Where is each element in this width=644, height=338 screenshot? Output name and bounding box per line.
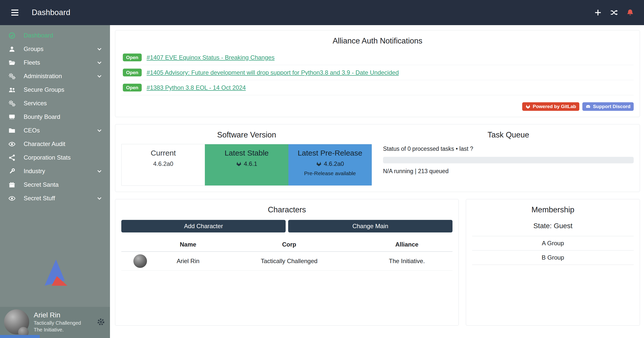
version-label: Latest Pre-Release	[291, 149, 369, 157]
sidebar-item-services[interactable]: Services	[0, 96, 110, 110]
notifications-title: Alliance Auth Notifications	[121, 36, 634, 45]
task-queue-status: Status of 0 processed tasks • last ?	[383, 146, 634, 152]
folder-icon	[9, 127, 19, 134]
initiative-logo	[0, 259, 110, 289]
discord-icon	[586, 104, 591, 109]
sidebar-item-label: CEOs	[24, 127, 96, 134]
sidebar-item-dashboard[interactable]: Dashboard	[0, 29, 110, 42]
sidebar-item-secret-stuff[interactable]: Secret Stuff	[0, 191, 110, 205]
character-avatar	[133, 254, 147, 268]
sidebar-item-character-audit[interactable]: Character Audit	[0, 137, 110, 151]
user-panel: Ariel Rin Tactically Challenged The Init…	[0, 307, 110, 338]
version-latest-stable: Latest Stable 4.6.1	[205, 144, 288, 185]
folder-open-icon	[9, 59, 19, 66]
shuffle-icon	[610, 9, 618, 16]
sidebar-item-secure-groups[interactable]: Secure Groups	[0, 83, 110, 96]
task-queue-summary: N/A running | 213 queued	[383, 168, 634, 175]
character-alliance: The Initiative.	[361, 252, 452, 271]
character-row: Ariel Rin Tactically Challenged The Init…	[121, 252, 452, 271]
user-avatar	[4, 309, 29, 334]
bell-icon	[626, 9, 634, 16]
top-navbar: Dashboard	[0, 0, 644, 25]
check-circle-icon	[9, 32, 19, 39]
task-queue-title: Task Queue	[383, 130, 634, 139]
sidebar-item-corporation-stats[interactable]: Corporation Stats	[0, 151, 110, 164]
gitlab-badge[interactable]: Powered by GitLab	[522, 102, 579, 111]
notification-link[interactable]: #1407 EVE Equinox Status - Breaking Chan…	[147, 54, 275, 61]
shuffle-button[interactable]	[610, 9, 618, 16]
wrench-icon	[9, 168, 19, 175]
software-version-section: Software Version Current 4.6.2a0 Latest …	[121, 130, 372, 186]
sidebar-item-administration[interactable]: Administration	[0, 69, 110, 83]
notification-list: Open #1407 EVE Equinox Status - Breaking…	[121, 50, 634, 95]
version-number: 4.6.2a0	[153, 160, 173, 167]
sidebar-nav: Dashboard Groups Fleets Administration S…	[0, 25, 110, 205]
notification-link[interactable]: #1405 Advisory: Future development will …	[147, 69, 399, 76]
eye-icon	[9, 195, 19, 202]
sidebar-scrollbar-thumb[interactable]	[0, 335, 40, 338]
chevron-down-icon	[96, 60, 102, 66]
gift-icon	[9, 181, 19, 188]
gitlab-badge-label: Powered by GitLab	[533, 104, 576, 109]
sidebar-item-ceos[interactable]: CEOs	[0, 124, 110, 137]
chevron-down-icon	[96, 168, 102, 174]
status-badge: Open	[123, 69, 142, 76]
version-note: Pre-Release available	[291, 170, 369, 176]
version-panel: Current 4.6.2a0 Latest Stable 4.6.1 Late…	[121, 144, 372, 186]
notifications-card: Alliance Auth Notifications Open #1407 E…	[115, 30, 640, 117]
sidebar-item-label: Dashboard	[24, 32, 102, 39]
membership-card: Membership State: Guest A Group B Group	[466, 199, 640, 326]
user-icon	[9, 46, 19, 53]
sidebar-item-label: Secure Groups	[24, 86, 102, 93]
sidebar-item-label: Corporation Stats	[24, 154, 102, 161]
eye-icon	[9, 141, 19, 148]
notification-row: Open #1405 Advisory: Future development …	[121, 65, 634, 80]
portrait-column-header	[121, 238, 159, 252]
alliance-column-header: Alliance	[361, 238, 452, 252]
sidebar-item-industry[interactable]: Industry	[0, 164, 110, 178]
change-main-button[interactable]: Change Main	[288, 220, 452, 232]
share-nodes-icon	[9, 154, 19, 161]
characters-card: Characters Add Character Change Main Nam…	[115, 199, 459, 326]
add-button[interactable]	[594, 9, 602, 16]
sidebar-item-secret-santa[interactable]: Secret Santa	[0, 178, 110, 191]
membership-title: Membership	[472, 205, 634, 214]
version-number: 4.6.2a0	[324, 160, 344, 167]
chevron-down-icon	[96, 46, 102, 52]
notification-row: Open #1407 EVE Equinox Status - Breaking…	[121, 50, 634, 65]
name-column-header: Name	[159, 238, 217, 252]
character-name: Ariel Rin	[159, 252, 217, 271]
sidebar-item-label: Services	[24, 100, 102, 107]
menu-icon	[10, 9, 20, 17]
discord-badge[interactable]: Support Discord	[582, 102, 634, 111]
notifications-bell-button[interactable]	[626, 9, 634, 16]
character-corp: Tactically Challenged	[217, 252, 361, 271]
chevron-down-icon	[96, 127, 102, 133]
characters-table: Name Corp Alliance Ariel Rin Tactically …	[121, 238, 452, 271]
menu-button[interactable]	[10, 9, 20, 17]
gears-icon	[9, 73, 19, 80]
notification-row: Open #1383 Python 3.8 EOL - 14 Oct 2024	[121, 80, 634, 95]
membership-group-row: A Group	[472, 236, 634, 250]
sidebar-item-label: Character Audit	[24, 140, 102, 148]
sidebar-item-label: Secret Santa	[24, 181, 102, 188]
notification-link[interactable]: #1383 Python 3.8 EOL - 14 Oct 2024	[147, 84, 246, 91]
sidebar-item-groups[interactable]: Groups	[0, 42, 110, 56]
user-alliance: The Initiative.	[34, 327, 97, 333]
sidebar-item-label: Fleets	[24, 59, 96, 66]
sidebar-item-label: Administration	[24, 73, 96, 80]
gitlab-tanuki-icon	[316, 161, 322, 167]
version-current: Current 4.6.2a0	[122, 144, 205, 185]
user-settings-button[interactable]	[97, 318, 105, 326]
sidebar-item-bounty-board[interactable]: Bounty Board	[0, 110, 110, 124]
characters-title: Characters	[121, 205, 452, 214]
gitlab-tanuki-icon	[236, 161, 242, 167]
sidebar-item-label: Industry	[24, 168, 96, 175]
status-card: Software Version Current 4.6.2a0 Latest …	[115, 124, 640, 192]
task-queue-progressbar	[383, 157, 634, 163]
version-label: Latest Stable	[207, 149, 286, 157]
add-character-button[interactable]: Add Character	[121, 220, 286, 232]
sidebar-item-fleets[interactable]: Fleets	[0, 56, 110, 69]
membership-groups-list: A Group B Group	[472, 236, 634, 265]
sidebar: Dashboard Groups Fleets Administration S…	[0, 25, 110, 338]
